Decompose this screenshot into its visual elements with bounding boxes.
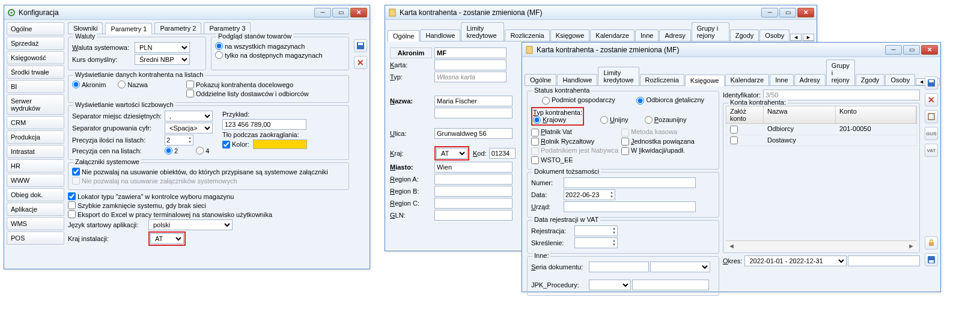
color-swatch[interactable]: [253, 139, 307, 149]
checkbox-jednostka[interactable]: [621, 138, 629, 145]
input-urzad[interactable]: [564, 201, 696, 212]
tab-grupy[interactable]: Grupy i rejony: [692, 22, 729, 41]
save-config-button[interactable]: [925, 253, 938, 266]
tab-parametry-1[interactable]: Parametry 1: [105, 23, 152, 34]
tab-osoby[interactable]: Osoby: [885, 74, 915, 85]
checkbox-pokazuj-docelowego[interactable]: [186, 81, 194, 88]
checkbox-row-2[interactable]: [730, 136, 738, 144]
input-miasto[interactable]: [434, 162, 513, 173]
close-button[interactable]: ✕: [797, 8, 814, 17]
select-waluta-systemowa[interactable]: PLN: [135, 42, 190, 53]
checkbox-row-1[interactable]: [730, 126, 738, 133]
checkbox-kolor[interactable]: [222, 141, 230, 148]
nav-bi[interactable]: BI: [7, 80, 64, 93]
nav-sprzedaz[interactable]: Sprzedaż: [7, 37, 64, 50]
nav-aplikacje[interactable]: Aplikacje: [7, 203, 64, 216]
date-skreslenie[interactable]: ▲▼: [574, 237, 618, 248]
tab-zgody[interactable]: Zgody: [856, 74, 885, 85]
input-region-c[interactable]: [434, 198, 513, 209]
tab-zgody[interactable]: Zgody: [730, 29, 759, 41]
input-numer[interactable]: [564, 177, 696, 188]
tab-limity[interactable]: Limity kredytowe: [598, 67, 639, 85]
select-kraj[interactable]: AT: [436, 148, 467, 159]
maximize-button[interactable]: ▭: [779, 8, 796, 17]
input-akronim[interactable]: [434, 47, 507, 58]
nav-crm[interactable]: CRM: [7, 116, 64, 129]
tab-ksiegowe[interactable]: Księgowe: [550, 29, 590, 41]
nav-ogolne[interactable]: Ogólne: [7, 22, 64, 35]
tab-ogolne[interactable]: Ogólne: [525, 74, 556, 85]
checkbox-rolnik[interactable]: [531, 138, 539, 145]
minimize-button[interactable]: ─: [314, 8, 331, 17]
radio-nazwa[interactable]: [118, 81, 126, 88]
nav-obieg-dok[interactable]: Obieg dok.: [7, 188, 64, 201]
tab-handlowe[interactable]: Handlowe: [420, 29, 460, 41]
checkbox-lokator[interactable]: [68, 192, 76, 200]
radio-podmiot[interactable]: [542, 97, 550, 105]
scrollbar[interactable]: ◄►: [726, 240, 917, 250]
select-kurs-domyslny[interactable]: Średni NBP: [135, 54, 190, 65]
radio-odbiorca[interactable]: [636, 97, 644, 105]
minimize-button[interactable]: ─: [885, 45, 902, 55]
tab-adresy[interactable]: Adresy: [659, 29, 690, 41]
tab-inne[interactable]: Inne: [770, 74, 793, 85]
select-okres[interactable]: 2022-01-01 - 2022-12-31: [744, 255, 847, 266]
nav-hr[interactable]: HR: [7, 159, 64, 173]
checkbox-likwidacja[interactable]: [621, 147, 629, 155]
minimize-button[interactable]: ─: [761, 8, 778, 17]
radio-dostepne-magazyny[interactable]: [215, 51, 223, 59]
checkbox-oddzielne-listy[interactable]: [186, 90, 194, 97]
tab-handlowe[interactable]: Handlowe: [557, 74, 597, 85]
input-seria[interactable]: [589, 262, 649, 272]
checkbox-eksport[interactable]: [68, 210, 76, 218]
radio-pozaunijny[interactable]: [645, 116, 653, 124]
input-okres-extra[interactable]: [848, 255, 920, 266]
lock-button[interactable]: [925, 236, 938, 249]
cancel-button[interactable]: ✕: [354, 56, 367, 69]
table-row[interactable]: Dostawcy: [726, 135, 917, 147]
vat-button[interactable]: VAT: [925, 144, 938, 157]
tab-parametry-2[interactable]: Parametry 2: [154, 22, 201, 34]
radio-akronim[interactable]: [72, 81, 80, 88]
close-button[interactable]: ✕: [350, 8, 367, 17]
table-row[interactable]: Odbiorcy 201-00050: [726, 124, 917, 135]
select-sep-grup[interactable]: <Spacja>: [165, 123, 213, 133]
input-region-b[interactable]: [434, 186, 513, 197]
tab-limity[interactable]: Limity kredytowe: [461, 22, 504, 41]
select-jezyk[interactable]: polski: [148, 219, 233, 230]
tab-grupy[interactable]: Grupy i rejony: [826, 60, 855, 85]
save-button[interactable]: [354, 39, 367, 52]
close-button[interactable]: ✕: [921, 45, 938, 55]
radio-krajowy[interactable]: [533, 116, 541, 124]
maximize-button[interactable]: ▭: [903, 45, 920, 55]
input-jpk[interactable]: [632, 280, 709, 290]
nav-pos[interactable]: POS: [7, 231, 64, 245]
input-nazwa[interactable]: [434, 96, 513, 106]
tab-kalendarze[interactable]: Kalendarze: [590, 29, 635, 41]
input-ulica[interactable]: [434, 128, 513, 139]
checkbox-platnik[interactable]: [531, 129, 539, 136]
book-button[interactable]: [925, 110, 938, 123]
tab-osoby[interactable]: Osoby: [759, 29, 790, 41]
cancel-button[interactable]: ✕: [925, 93, 938, 106]
select-kraj-instalacji[interactable]: AT: [150, 233, 184, 244]
nav-ksiegowosc[interactable]: Księgowość: [7, 51, 64, 64]
select-sep-miejsc[interactable]: ,: [165, 111, 213, 121]
nav-www[interactable]: WWW: [7, 174, 64, 187]
input-nazwa-2[interactable]: [434, 108, 513, 118]
input-karta[interactable]: [434, 60, 507, 70]
nav-wms[interactable]: WMS: [7, 217, 64, 230]
input-typ[interactable]: [434, 72, 507, 82]
nav-srodki-trwale[interactable]: Środki trwałe: [7, 66, 64, 79]
tab-kalendarze[interactable]: Kalendarze: [725, 74, 770, 85]
tab-ksiegowe[interactable]: Księgowe: [685, 75, 725, 86]
select-seria[interactable]: [650, 262, 710, 272]
select-jpk[interactable]: [589, 280, 631, 290]
date-rejestracja[interactable]: ▲▼: [574, 225, 618, 236]
button-akronim[interactable]: Akronim: [390, 47, 432, 58]
date-data[interactable]: ▲▼: [564, 189, 615, 200]
maximize-button[interactable]: ▭: [332, 8, 349, 17]
input-kod[interactable]: [489, 148, 516, 159]
checkbox-nie-pozwalaj-1[interactable]: [72, 168, 80, 176]
checkbox-szybkie[interactable]: [68, 201, 76, 209]
